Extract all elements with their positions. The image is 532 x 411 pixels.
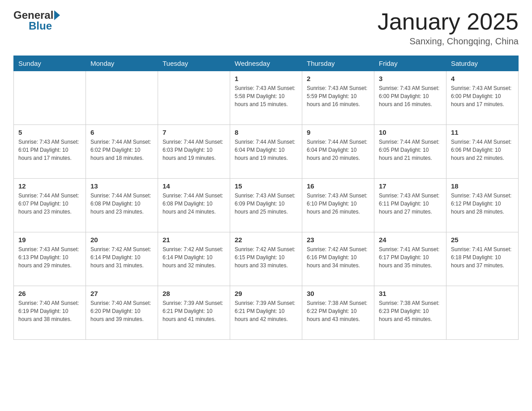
day-info: Sunrise: 7:43 AM Sunset: 6:09 PM Dayligh… <box>235 192 297 216</box>
day-info: Sunrise: 7:38 AM Sunset: 6:23 PM Dayligh… <box>379 299 442 323</box>
calendar-cell: 12Sunrise: 7:44 AM Sunset: 6:07 PM Dayli… <box>14 179 86 232</box>
day-info: Sunrise: 7:42 AM Sunset: 6:15 PM Dayligh… <box>235 245 297 270</box>
calendar-cell: 15Sunrise: 7:43 AM Sunset: 6:09 PM Dayli… <box>230 179 302 232</box>
day-number: 19 <box>18 236 81 244</box>
day-info: Sunrise: 7:43 AM Sunset: 6:01 PM Dayligh… <box>18 138 81 162</box>
calendar-header-row: SundayMondayTuesdayWednesdayThursdayFrid… <box>14 56 519 71</box>
day-number: 12 <box>18 182 81 190</box>
day-number: 28 <box>163 290 225 297</box>
calendar-week-row: 5Sunrise: 7:43 AM Sunset: 6:01 PM Daylig… <box>14 125 519 179</box>
title-section: January 2025 Sanxing, Chongqing, China <box>378 9 519 47</box>
calendar-cell: 7Sunrise: 7:44 AM Sunset: 6:03 PM Daylig… <box>158 125 230 179</box>
page-header: General Blue January 2025 Sanxing, Chong… <box>13 9 519 47</box>
calendar-day-header: Monday <box>86 56 158 71</box>
calendar-cell: 29Sunrise: 7:39 AM Sunset: 6:21 PM Dayli… <box>230 286 302 340</box>
calendar-cell <box>86 71 158 125</box>
location-text: Sanxing, Chongqing, China <box>378 36 519 47</box>
month-title: January 2025 <box>378 9 519 34</box>
day-number: 30 <box>307 290 369 297</box>
day-number: 8 <box>235 128 297 136</box>
calendar-day-header: Wednesday <box>230 56 302 71</box>
calendar-cell: 23Sunrise: 7:42 AM Sunset: 6:16 PM Dayli… <box>302 232 374 286</box>
calendar-cell: 25Sunrise: 7:41 AM Sunset: 6:18 PM Dayli… <box>446 232 519 286</box>
calendar-cell: 16Sunrise: 7:43 AM Sunset: 6:10 PM Dayli… <box>302 179 374 232</box>
day-info: Sunrise: 7:43 AM Sunset: 5:59 PM Dayligh… <box>307 84 369 108</box>
logo-blue-text: Blue <box>29 20 60 32</box>
calendar-cell: 4Sunrise: 7:43 AM Sunset: 6:00 PM Daylig… <box>446 71 519 125</box>
day-number: 23 <box>307 236 369 244</box>
day-info: Sunrise: 7:41 AM Sunset: 6:18 PM Dayligh… <box>451 245 514 270</box>
day-info: Sunrise: 7:44 AM Sunset: 6:08 PM Dayligh… <box>90 192 153 216</box>
day-info: Sunrise: 7:39 AM Sunset: 6:21 PM Dayligh… <box>163 299 225 323</box>
day-number: 13 <box>90 182 153 190</box>
day-number: 15 <box>235 182 297 190</box>
day-info: Sunrise: 7:43 AM Sunset: 5:58 PM Dayligh… <box>235 84 297 108</box>
calendar-cell: 21Sunrise: 7:42 AM Sunset: 6:14 PM Dayli… <box>158 232 230 286</box>
day-number: 10 <box>379 128 442 136</box>
calendar-cell: 10Sunrise: 7:44 AM Sunset: 6:05 PM Dayli… <box>374 125 446 179</box>
day-info: Sunrise: 7:39 AM Sunset: 6:21 PM Dayligh… <box>235 299 297 323</box>
day-info: Sunrise: 7:40 AM Sunset: 6:20 PM Dayligh… <box>90 299 153 323</box>
calendar-cell: 18Sunrise: 7:43 AM Sunset: 6:12 PM Dayli… <box>446 179 519 232</box>
calendar-day-header: Tuesday <box>158 56 230 71</box>
calendar-cell: 6Sunrise: 7:44 AM Sunset: 6:02 PM Daylig… <box>86 125 158 179</box>
calendar-cell <box>446 286 519 340</box>
day-info: Sunrise: 7:38 AM Sunset: 6:22 PM Dayligh… <box>307 299 369 323</box>
calendar-cell: 9Sunrise: 7:44 AM Sunset: 6:04 PM Daylig… <box>302 125 374 179</box>
day-number: 27 <box>90 290 153 297</box>
day-info: Sunrise: 7:40 AM Sunset: 6:19 PM Dayligh… <box>18 299 81 323</box>
day-info: Sunrise: 7:41 AM Sunset: 6:17 PM Dayligh… <box>379 245 442 270</box>
calendar-cell: 20Sunrise: 7:42 AM Sunset: 6:14 PM Dayli… <box>86 232 158 286</box>
calendar-cell <box>158 71 230 125</box>
day-number: 6 <box>90 128 153 136</box>
logo: General Blue <box>13 9 60 32</box>
day-number: 1 <box>235 75 297 82</box>
day-info: Sunrise: 7:44 AM Sunset: 6:07 PM Dayligh… <box>18 192 81 216</box>
day-info: Sunrise: 7:43 AM Sunset: 6:13 PM Dayligh… <box>18 245 81 270</box>
day-info: Sunrise: 7:44 AM Sunset: 6:06 PM Dayligh… <box>451 138 514 162</box>
calendar-cell: 8Sunrise: 7:44 AM Sunset: 6:04 PM Daylig… <box>230 125 302 179</box>
calendar-cell: 3Sunrise: 7:43 AM Sunset: 6:00 PM Daylig… <box>374 71 446 125</box>
calendar-cell: 11Sunrise: 7:44 AM Sunset: 6:06 PM Dayli… <box>446 125 519 179</box>
calendar-cell: 24Sunrise: 7:41 AM Sunset: 6:17 PM Dayli… <box>374 232 446 286</box>
day-info: Sunrise: 7:44 AM Sunset: 6:02 PM Dayligh… <box>90 138 153 162</box>
day-info: Sunrise: 7:44 AM Sunset: 6:04 PM Dayligh… <box>235 138 297 162</box>
calendar-cell: 31Sunrise: 7:38 AM Sunset: 6:23 PM Dayli… <box>374 286 446 340</box>
day-info: Sunrise: 7:44 AM Sunset: 6:05 PM Dayligh… <box>379 138 442 162</box>
calendar-table: SundayMondayTuesdayWednesdayThursdayFrid… <box>13 56 519 340</box>
day-number: 11 <box>451 128 514 136</box>
day-number: 4 <box>451 75 514 82</box>
calendar-day-header: Friday <box>374 56 446 71</box>
day-number: 26 <box>18 290 81 297</box>
calendar-week-row: 19Sunrise: 7:43 AM Sunset: 6:13 PM Dayli… <box>14 232 519 286</box>
day-info: Sunrise: 7:43 AM Sunset: 6:10 PM Dayligh… <box>307 192 369 216</box>
day-info: Sunrise: 7:42 AM Sunset: 6:16 PM Dayligh… <box>307 245 369 270</box>
day-info: Sunrise: 7:42 AM Sunset: 6:14 PM Dayligh… <box>163 245 225 270</box>
day-number: 22 <box>235 236 297 244</box>
calendar-cell: 28Sunrise: 7:39 AM Sunset: 6:21 PM Dayli… <box>158 286 230 340</box>
day-number: 20 <box>90 236 153 244</box>
calendar-day-header: Saturday <box>446 56 519 71</box>
calendar-cell: 5Sunrise: 7:43 AM Sunset: 6:01 PM Daylig… <box>14 125 86 179</box>
calendar-cell: 30Sunrise: 7:38 AM Sunset: 6:22 PM Dayli… <box>302 286 374 340</box>
day-info: Sunrise: 7:43 AM Sunset: 6:11 PM Dayligh… <box>379 192 442 216</box>
day-number: 14 <box>163 182 225 190</box>
calendar-cell: 22Sunrise: 7:42 AM Sunset: 6:15 PM Dayli… <box>230 232 302 286</box>
day-number: 31 <box>379 290 442 297</box>
day-number: 5 <box>18 128 81 136</box>
calendar-day-header: Thursday <box>302 56 374 71</box>
calendar-cell <box>14 71 86 125</box>
calendar-cell: 26Sunrise: 7:40 AM Sunset: 6:19 PM Dayli… <box>14 286 86 340</box>
calendar-day-header: Sunday <box>14 56 86 71</box>
calendar-week-row: 12Sunrise: 7:44 AM Sunset: 6:07 PM Dayli… <box>14 179 519 232</box>
day-number: 16 <box>307 182 369 190</box>
day-info: Sunrise: 7:44 AM Sunset: 6:03 PM Dayligh… <box>163 138 225 162</box>
day-number: 7 <box>163 128 225 136</box>
logo-chevron-icon <box>54 10 60 20</box>
calendar-cell: 14Sunrise: 7:44 AM Sunset: 6:08 PM Dayli… <box>158 179 230 232</box>
day-info: Sunrise: 7:43 AM Sunset: 6:00 PM Dayligh… <box>379 84 442 108</box>
calendar-cell: 13Sunrise: 7:44 AM Sunset: 6:08 PM Dayli… <box>86 179 158 232</box>
day-number: 17 <box>379 182 442 190</box>
calendar-week-row: 1Sunrise: 7:43 AM Sunset: 5:58 PM Daylig… <box>14 71 519 125</box>
day-info: Sunrise: 7:43 AM Sunset: 6:00 PM Dayligh… <box>451 84 514 108</box>
